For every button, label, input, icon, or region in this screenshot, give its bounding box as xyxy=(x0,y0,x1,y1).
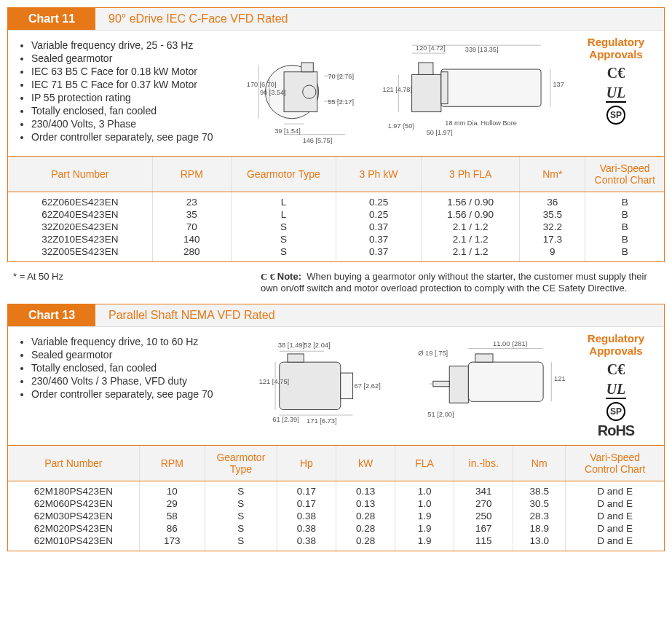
chart-11: Chart 11 90° eDrive IEC C-Face VFD Rated… xyxy=(7,7,665,262)
table-row: 32Z020ES423EN70S0.372.1 / 1.232.2B xyxy=(8,221,664,233)
th: kW xyxy=(336,446,395,481)
cell: 13.0 xyxy=(513,535,566,551)
cell: S xyxy=(205,481,277,498)
svg-rect-11 xyxy=(419,63,433,74)
svg-rect-25 xyxy=(449,366,468,403)
cell: 0.38 xyxy=(277,522,336,535)
cell: 62M010PS423EN xyxy=(8,535,139,551)
cell: 32.2 xyxy=(520,221,585,233)
th: FLA xyxy=(395,446,454,481)
cell: 30.5 xyxy=(513,497,566,510)
chart-13-approvals: Regulatory Approvals C€ UL SP RoHS xyxy=(568,327,664,445)
cell: B xyxy=(585,208,664,221)
cell: 9 xyxy=(520,245,585,261)
ul-mark-icon: UL xyxy=(606,381,627,399)
th: Gearmotor Type xyxy=(205,446,277,481)
cell: 0.38 xyxy=(277,510,336,522)
cell: 38.5 xyxy=(513,481,566,498)
th: Nm xyxy=(513,446,566,481)
cell: 18.9 xyxy=(513,522,566,535)
svg-rect-18 xyxy=(280,362,341,409)
cell: 10 xyxy=(139,481,205,498)
cell: S xyxy=(231,233,336,245)
cell: 32Z005ES423EN xyxy=(8,245,152,261)
svg-rect-27 xyxy=(475,354,493,362)
chart-13-title: Parallel Shaft NEMA VFD Rated xyxy=(95,304,664,326)
cell: B xyxy=(585,233,664,245)
dim: 70 [2.76] xyxy=(328,73,354,80)
bullet: 230/400 Volts, 3 Phase xyxy=(31,118,232,130)
cell: 1.56 / 0.90 xyxy=(422,208,520,221)
approvals-title: Regulatory Approvals xyxy=(572,333,660,357)
th: 3 Ph FLA xyxy=(422,157,520,192)
cell: 70 xyxy=(152,221,231,233)
cell: D and E xyxy=(566,510,664,522)
csa-mark-icon: SP xyxy=(606,402,625,421)
dim: 50 [1.97] xyxy=(427,129,453,136)
cell: 35 xyxy=(152,208,231,221)
table-row: 62M180PS423EN10S0.170.131.034138.5D and … xyxy=(8,481,664,498)
cell: 32Z020ES423EN xyxy=(8,221,152,233)
table-row: 62M010PS423EN173S0.380.281.911513.0D and… xyxy=(8,535,664,551)
chart-13-diagram: 38 [1.49] 52 [2.04] 121 [4.75] 61 [2.39]… xyxy=(242,327,568,445)
th: Vari-Speed Control Chart xyxy=(566,446,664,481)
bullet: 230/460 Volts / 3 Phase, VFD duty xyxy=(31,375,232,387)
dim: 11.00 (281) xyxy=(493,340,528,347)
cell: 0.17 xyxy=(277,481,336,498)
cell: 58 xyxy=(139,510,205,522)
th: RPM xyxy=(152,157,231,192)
cell: B xyxy=(585,245,664,261)
cell: 2.1 / 1.2 xyxy=(422,245,520,261)
th: Nm* xyxy=(520,157,585,192)
chart-11-header: Chart 11 90° eDrive IEC C-Face VFD Rated xyxy=(8,8,664,31)
cell: 32Z010ES423EN xyxy=(8,233,152,245)
svg-rect-26 xyxy=(468,362,543,401)
cell: 1.9 xyxy=(395,522,454,535)
bullet: IEC 63 B5 C Face for 0.18 kW Motor xyxy=(31,66,232,77)
cell: S xyxy=(205,522,277,535)
bullet: Order controller separately, see page 70 xyxy=(31,131,232,143)
cell: 341 xyxy=(454,481,513,498)
bullet: IP 55 protection rating xyxy=(31,92,232,103)
bullet: Sealed gearmotor xyxy=(31,349,232,361)
dim: 121 [4.78] xyxy=(382,86,412,93)
svg-rect-10 xyxy=(412,74,441,111)
bullet: Variable frequency drive, 10 to 60 Hz xyxy=(31,336,232,347)
cell: 62Z060ES423EN xyxy=(8,192,152,209)
cell: 62M030PS423EN xyxy=(8,510,139,522)
cell: 0.38 xyxy=(277,535,336,551)
cell: 62M060PS423EN xyxy=(8,497,139,510)
chart-13: Chart 13 Parallel Shaft NEMA VFD Rated V… xyxy=(7,304,665,551)
cell: 0.28 xyxy=(336,522,395,535)
cell: 280 xyxy=(152,245,231,261)
cell: 1.9 xyxy=(395,510,454,522)
dim: 38 [1.49] xyxy=(278,342,304,349)
ul-mark-icon: UL xyxy=(606,84,627,103)
cell: 35.5 xyxy=(520,208,585,221)
dim: 120 [4.72] xyxy=(416,44,446,52)
cell: 0.28 xyxy=(336,535,395,551)
chart-13-bullets: Variable frequency drive, 10 to 60 Hz Se… xyxy=(8,327,242,445)
dim: 90 [3.54] xyxy=(260,89,286,96)
cell: S xyxy=(231,245,336,261)
rohs-mark-icon: RoHS xyxy=(572,422,660,439)
chart-11-bullets: Variable frequency drive, 25 - 63 Hz Sea… xyxy=(8,31,242,156)
cell: L xyxy=(231,192,336,209)
cell: 0.17 xyxy=(277,497,336,510)
cell: 23 xyxy=(152,192,231,209)
svg-rect-12 xyxy=(441,69,541,106)
bullet: IEC 71 B5 C Face for 0.37 kW Motor xyxy=(31,79,232,90)
bullet: Order controller separately, see page 70 xyxy=(31,388,232,400)
chart-11-info: Variable frequency drive, 25 - 63 Hz Sea… xyxy=(8,31,664,156)
cell: 270 xyxy=(454,497,513,510)
dim: 171 [6.73] xyxy=(307,417,337,425)
svg-rect-20 xyxy=(341,373,353,398)
cell: 0.37 xyxy=(336,221,421,233)
cell: 250 xyxy=(454,510,513,522)
dim: 39 [1.54] xyxy=(274,127,301,135)
cell: S xyxy=(205,535,277,551)
dim: 170 [6.70] xyxy=(247,81,277,88)
cell: S xyxy=(205,510,277,522)
table-row: 62M020PS423EN86S0.380.281.916718.9D and … xyxy=(8,522,664,535)
chart-13-info: Variable frequency drive, 10 to 60 Hz Se… xyxy=(8,327,664,445)
